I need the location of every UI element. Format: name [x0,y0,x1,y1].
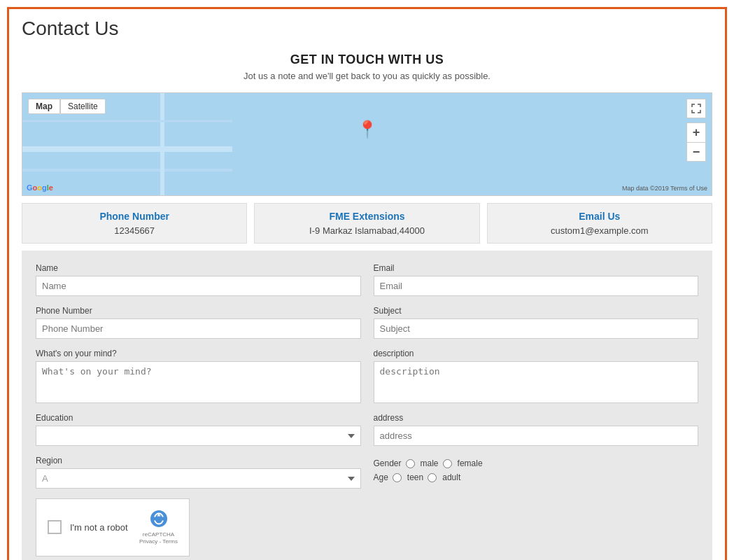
contact-info-row: Phone Number 12345667 FME Extensions I-9… [22,203,712,244]
mind-group: What's on your mind? [36,349,361,403]
email-label: Email [374,263,699,273]
phone-input[interactable] [36,318,361,339]
gender-age-container: Gender male female Age teen adult [374,456,699,482]
form-section: Name Email Phone Number Subject What's o… [22,251,712,560]
address-value: I-9 Markaz Islamabad,44000 [264,225,469,236]
main-heading: GET IN TOUCH WITH US [23,52,711,67]
email-title: Email Us [497,211,702,222]
fullscreen-button[interactable] [686,99,706,118]
age-teen-label: teen [407,472,423,482]
education-label: Education [36,413,361,423]
recaptcha-icon [149,509,169,531]
page-container: Contact Us GET IN TOUCH WITH US Jot us a… [7,7,727,560]
gender-male-label: male [421,458,439,468]
address-label: address [374,413,699,423]
age-adult-radio[interactable] [428,473,437,482]
map-tabs: Map Satellite [28,99,106,114]
header-subtitle: Jot us a note and we'll get back to you … [23,71,711,81]
gender-male-radio[interactable] [406,459,415,468]
description-label: description [374,349,699,358]
phone-value: 12345667 [32,225,237,236]
description-textarea[interactable] [374,361,699,403]
form-row-1: Name Email [36,263,698,296]
gender-female-label: female [458,458,483,468]
subject-label: Subject [374,306,699,316]
address-group: address [374,413,699,446]
gender-age-group: Gender male female Age teen adult [374,456,699,489]
address-input[interactable] [374,426,699,446]
email-value: custom1@example.com [497,225,702,236]
age-teen-radio[interactable] [393,473,402,482]
form-row-2: Phone Number Subject [36,306,698,339]
name-group: Name [36,263,361,296]
captcha-row: I'm not a robot reCAPTCHA Privacy - Term… [36,498,698,556]
map-tab-map[interactable]: Map [28,99,60,114]
captcha-checkbox[interactable] [48,520,62,534]
region-group: Region A B C [36,456,361,489]
description-group: description [374,349,699,403]
form-row-5: Region A B C Gender male female [36,456,698,489]
gender-female-radio[interactable] [443,459,452,468]
email-input[interactable] [374,276,699,296]
page-title: Contact Us [9,9,725,46]
address-title: FME Extensions [264,211,469,222]
captcha-text: I'm not a robot [70,522,128,533]
captcha-box: I'm not a robot reCAPTCHA Privacy - Term… [36,498,190,556]
education-group: Education High School Bachelor's Master'… [36,413,361,446]
email-group: Email [374,263,699,296]
map-tab-satellite[interactable]: Satellite [60,99,106,114]
mind-textarea[interactable] [36,361,361,403]
region-select[interactable]: A B C [36,468,361,489]
name-input[interactable] [36,276,361,296]
phone-info-box: Phone Number 12345667 [22,203,247,244]
email-info-box: Email Us custom1@example.com [487,203,712,244]
form-row-4: Education High School Bachelor's Master'… [36,413,698,446]
age-label: Age [374,472,388,482]
subject-group: Subject [374,306,699,339]
header-section: GET IN TOUCH WITH US Jot us a note and w… [9,46,725,87]
phone-label: Phone Number [36,306,361,316]
age-adult-label: adult [442,472,460,482]
phone-title: Phone Number [32,211,237,222]
google-logo: Google [27,183,53,192]
gender-label: Gender [374,458,402,468]
map-pin: 📍 [357,120,378,139]
zoom-out-button[interactable]: − [686,142,706,162]
zoom-in-button[interactable]: + [686,122,706,142]
form-row-3: What's on your mind? description [36,349,698,403]
phone-group: Phone Number [36,306,361,339]
education-select[interactable]: High School Bachelor's Master's PhD [36,426,361,446]
recaptcha-brand: reCAPTCHA Privacy - Terms [139,531,178,546]
age-group: Age teen adult [374,472,699,482]
gender-group: Gender male female [374,458,699,468]
captcha-logo: reCAPTCHA Privacy - Terms [139,509,178,546]
region-label: Region [36,456,361,465]
map-controls: + − [686,99,706,162]
subject-input[interactable] [374,318,699,339]
map-credit: Map data ©2019 Terms of Use [622,185,707,192]
address-info-box: FME Extensions I-9 Markaz Islamabad,4400… [254,203,479,244]
name-label: Name [36,263,361,273]
zoom-controls: + − [686,122,706,162]
map-container: Map Satellite 📍 + − Google Map data ©201… [22,92,712,196]
mind-label: What's on your mind? [36,349,361,358]
